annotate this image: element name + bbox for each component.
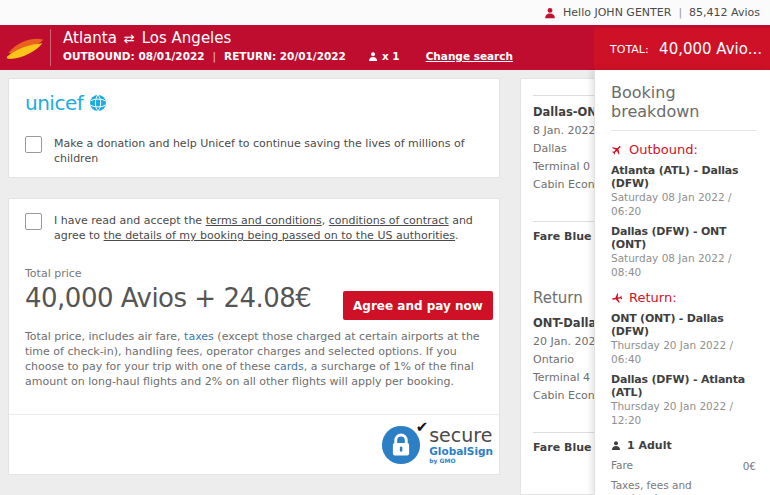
segment-route: Dallas (DFW) - Atlanta (ATL) xyxy=(611,373,756,399)
fineprint-part1: Total price, includes air fare, xyxy=(25,330,184,343)
swap-arrows-icon: ⇄ xyxy=(124,31,135,46)
iberia-swoosh-icon xyxy=(5,33,45,62)
total-value: 40,000 Avio... xyxy=(659,40,762,58)
outbound-date: OUTBOUND: 08/01/2022 xyxy=(63,50,205,62)
taxes-row: Taxes, fees and carrier charges 24.08€ xyxy=(611,479,756,495)
segment-datetime: Saturday 08 Jan 2022 / 08:40 xyxy=(611,251,756,279)
passenger-type-row: 1 Adult xyxy=(611,439,756,452)
fare-row: Fare 0€ xyxy=(611,459,756,472)
flight-segment: Dallas (DFW) - Atlanta (ATL) Thursday 20… xyxy=(611,373,756,427)
terms-and-conditions-link[interactable]: terms and conditions xyxy=(206,214,322,227)
passenger-count-label: x 1 xyxy=(382,50,400,62)
adult-icon xyxy=(611,440,621,451)
segment-route: Atlanta (ATL) - Dallas (DFW) xyxy=(611,164,756,190)
outbound-direction-label: Outbound: xyxy=(629,142,698,157)
cards-link[interactable]: cards xyxy=(274,360,304,373)
terms-prefix: I have read and accept the xyxy=(54,214,206,227)
destination-city: Los Angeles xyxy=(142,29,232,47)
donation-label: Make a donation and help Unicef to conti… xyxy=(54,136,483,166)
total-summary-button[interactable]: TOTAL: 40,000 Avio... xyxy=(594,28,770,70)
outbound-direction: Outbound: xyxy=(611,142,756,157)
segment-route: ONT (ONT) - Dallas (DFW) xyxy=(611,312,756,338)
flight-segment: ONT (ONT) - Dallas (DFW) Thursday 20 Jan… xyxy=(611,312,756,366)
conditions-of-contract-link[interactable]: conditions of contract xyxy=(329,214,449,227)
passenger-icon xyxy=(368,51,378,62)
fare-row-label: Fare xyxy=(611,459,633,472)
passenger-count: x 1 xyxy=(368,50,400,62)
return-date: RETURN: 20/01/2022 xyxy=(224,50,346,62)
plane-return-icon xyxy=(610,291,624,305)
booking-breakdown-panel: Booking breakdown Outbound: Atlanta (ATL… xyxy=(594,70,770,495)
terms-mid1: , xyxy=(322,214,329,227)
user-icon xyxy=(544,7,556,19)
globalsign-badge: ✔ secure GlobalSign by GMO xyxy=(380,424,493,466)
padlock-icon: ✔ xyxy=(380,424,422,466)
search-summary-header: Atlanta ⇄ Los Angeles OUTBOUND: 08/01/20… xyxy=(0,25,770,70)
unicef-logo: unicef xyxy=(25,91,483,115)
topbar-separator: | xyxy=(678,6,682,19)
segment-route: Dallas (DFW) - ONT (ONT) xyxy=(611,225,756,251)
donation-checkbox[interactable] xyxy=(25,136,42,153)
bygmo-label: by GMO xyxy=(429,457,493,464)
fare-row-value: 0€ xyxy=(743,460,756,472)
change-search-link[interactable]: Change search xyxy=(426,50,513,62)
passenger-type-label: 1 Adult xyxy=(627,439,672,452)
origin-city: Atlanta xyxy=(63,29,117,47)
segment-datetime: Thursday 20 Jan 2022 / 12:20 xyxy=(611,399,756,427)
date-separator: | xyxy=(213,50,217,62)
flight-segment: Dallas (DFW) - ONT (ONT) Saturday 08 Jan… xyxy=(611,225,756,279)
return-direction-label: Return: xyxy=(629,290,677,305)
taxes-link[interactable]: taxes xyxy=(184,330,214,343)
us-authorities-link[interactable]: the details of my booking being passed o… xyxy=(104,229,456,242)
taxes-row-label: Taxes, fees and carrier charges xyxy=(611,479,711,495)
route-summary: Atlanta ⇄ Los Angeles xyxy=(63,29,513,47)
total-label: TOTAL: xyxy=(610,43,649,56)
flight-segment: Atlanta (ATL) - Dallas (DFW) Saturday 08… xyxy=(611,164,756,218)
header-divider xyxy=(50,29,51,66)
unicef-donation-card: unicef Make a donation and help Unicef t… xyxy=(8,78,500,178)
total-price-label: Total price xyxy=(25,267,483,280)
terms-text: I have read and accept the terms and con… xyxy=(54,213,483,243)
segment-datetime: Saturday 08 Jan 2022 / 06:20 xyxy=(611,190,756,218)
terms-suffix: . xyxy=(455,229,459,242)
unicef-wordmark: unicef xyxy=(25,91,83,115)
user-greeting: Hello JOHN GENTER xyxy=(563,6,671,19)
payment-card: I have read and accept the terms and con… xyxy=(8,198,500,475)
price-fineprint: Total price, includes air fare, taxes (e… xyxy=(25,329,490,389)
avios-balance: 85,412 Avios xyxy=(689,6,760,19)
secure-label: secure xyxy=(429,426,493,445)
unicef-globe-icon xyxy=(88,93,108,113)
checkmark-icon: ✔ xyxy=(416,418,429,436)
breakdown-title: Booking breakdown xyxy=(611,83,756,131)
secure-section: ✔ secure GlobalSign by GMO xyxy=(9,414,499,474)
agree-and-pay-button[interactable]: Agree and pay now xyxy=(343,291,493,320)
globalsign-label: GlobalSign xyxy=(429,445,493,457)
top-bar: Hello JOHN GENTER | 85,412 Avios xyxy=(0,0,770,25)
airline-logo[interactable] xyxy=(0,25,50,70)
plane-outbound-icon xyxy=(609,141,626,158)
terms-checkbox[interactable] xyxy=(25,213,42,230)
return-direction: Return: xyxy=(611,290,756,305)
segment-datetime: Thursday 20 Jan 2022 / 06:40 xyxy=(611,338,756,366)
